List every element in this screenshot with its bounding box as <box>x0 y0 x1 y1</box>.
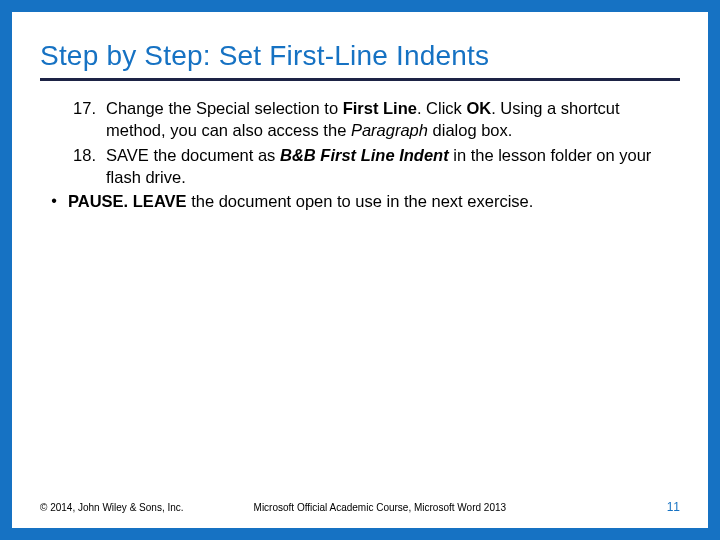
list-number: 17. <box>54 97 106 142</box>
text-run: Change the Special selection to <box>106 99 343 117</box>
text-run: Paragraph <box>351 121 428 139</box>
text-run: . Click <box>417 99 467 117</box>
list-item: 17. Change the Special selection to Firs… <box>54 97 680 142</box>
text-run: dialog box. <box>428 121 512 139</box>
list-body: SAVE the document as B&B First Line Inde… <box>106 144 680 189</box>
list-number: 18. <box>54 144 106 189</box>
text-run: B&B First Line Indent <box>280 146 449 164</box>
course-text: Microsoft Official Academic Course, Micr… <box>184 502 667 513</box>
slide-title: Step by Step: Set First-Line Indents <box>40 40 680 81</box>
text-run: the document open to use in the next exe… <box>191 192 533 210</box>
slide: Step by Step: Set First-Line Indents 17.… <box>0 0 720 540</box>
text-run: First Line <box>343 99 417 117</box>
text-run: OK <box>466 99 491 117</box>
bullet-body: PAUSE. LEAVE the document open to use in… <box>68 190 680 212</box>
bullet-item: • PAUSE. LEAVE the document open to use … <box>40 190 680 212</box>
text-run: PAUSE. LEAVE <box>68 192 191 210</box>
slide-content: 17. Change the Special selection to Firs… <box>40 97 680 212</box>
copyright-text: © 2014, John Wiley & Sons, Inc. <box>40 502 184 513</box>
page-number: 11 <box>667 500 680 514</box>
footer: © 2014, John Wiley & Sons, Inc. Microsof… <box>40 500 680 514</box>
text-run: SAVE the document as <box>106 146 280 164</box>
list-item: 18. SAVE the document as B&B First Line … <box>54 144 680 189</box>
bullet-mark: • <box>40 190 68 212</box>
list-body: Change the Special selection to First Li… <box>106 97 680 142</box>
